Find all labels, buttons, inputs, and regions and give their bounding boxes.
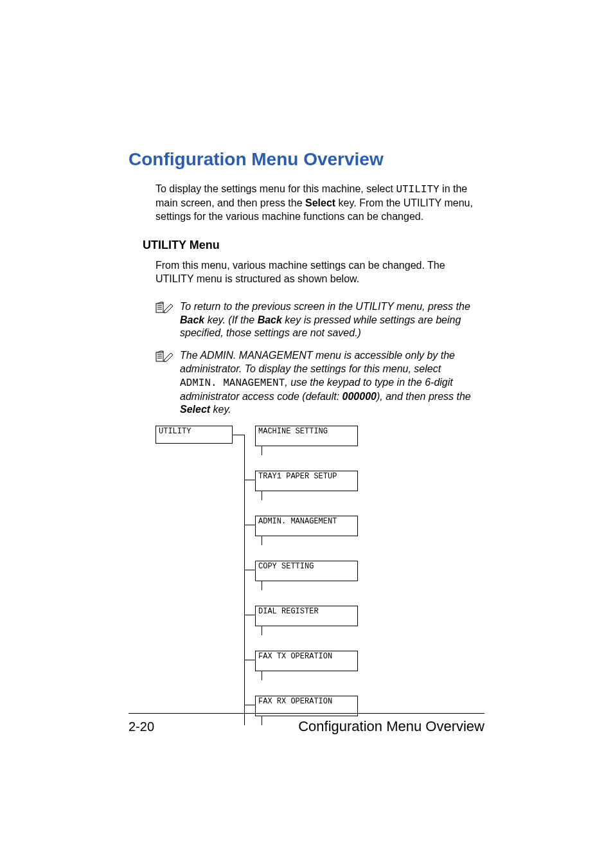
connector bbox=[262, 446, 262, 455]
connector bbox=[262, 491, 262, 500]
intro-pre: To display the settings menu for this ma… bbox=[155, 183, 396, 194]
connector bbox=[262, 581, 262, 590]
connector bbox=[244, 705, 255, 705]
note2-c: ), and then press the bbox=[377, 391, 471, 402]
note1-a: To return to the previous screen in the … bbox=[180, 301, 470, 312]
tree-child: TRAY1 PAPER SETUP bbox=[255, 471, 358, 491]
footer-title: Configuration Menu Overview bbox=[298, 718, 484, 736]
note2-a: The ADMIN. MANAGEMENT menu is accessible… bbox=[180, 350, 455, 374]
note2-d: key. bbox=[210, 404, 231, 415]
note-icon bbox=[155, 302, 173, 313]
tree-root: UTILITY bbox=[155, 426, 233, 444]
tree-child: ADMIN. MANAGEMENT bbox=[255, 516, 358, 536]
tree-child: COPY SETTING bbox=[255, 561, 358, 581]
connector bbox=[233, 435, 244, 435]
note-icon bbox=[155, 350, 173, 362]
connector bbox=[244, 480, 255, 480]
note1-c: key. (If the bbox=[204, 314, 257, 325]
note1-b1: Back bbox=[180, 314, 204, 325]
connector bbox=[262, 536, 262, 545]
connector bbox=[262, 671, 262, 680]
footer-rule bbox=[129, 713, 484, 714]
intro-bold: Select bbox=[305, 197, 335, 208]
note-2: The ADMIN. MANAGEMENT menu is accessible… bbox=[155, 349, 484, 417]
connector bbox=[244, 660, 255, 660]
note-1: To return to the previous screen in the … bbox=[155, 300, 484, 340]
connector bbox=[244, 525, 255, 525]
svg-rect-4 bbox=[156, 352, 163, 361]
menu-tree: UTILITY MACHINE SETTING TRAY1 PAPER SETU… bbox=[155, 426, 484, 760]
section-intro: From this menu, various machine settings… bbox=[155, 259, 484, 286]
svg-rect-0 bbox=[156, 303, 163, 312]
tree-child: MACHINE SETTING bbox=[255, 426, 358, 446]
connector bbox=[244, 570, 255, 570]
intro-code: UTILITY bbox=[396, 184, 439, 195]
note2-code: ADMIN. MANAGEMENT bbox=[180, 377, 285, 389]
page-footer: 2-20 Configuration Menu Overview bbox=[129, 718, 484, 736]
page-title: Configuration Menu Overview bbox=[129, 148, 484, 171]
note2-bold2: Select bbox=[180, 404, 210, 415]
note1-b2: Back bbox=[258, 314, 282, 325]
connector bbox=[244, 615, 255, 615]
connector bbox=[244, 435, 245, 725]
section-heading: UTILITY Menu bbox=[143, 238, 484, 253]
connector bbox=[262, 626, 262, 635]
tree-child: DIAL REGISTER bbox=[255, 606, 358, 626]
page-number: 2-20 bbox=[129, 718, 154, 735]
tree-child: FAX TX OPERATION bbox=[255, 651, 358, 671]
note2-bold1: 000000 bbox=[342, 391, 377, 402]
intro-paragraph: To display the settings menu for this ma… bbox=[155, 183, 484, 223]
